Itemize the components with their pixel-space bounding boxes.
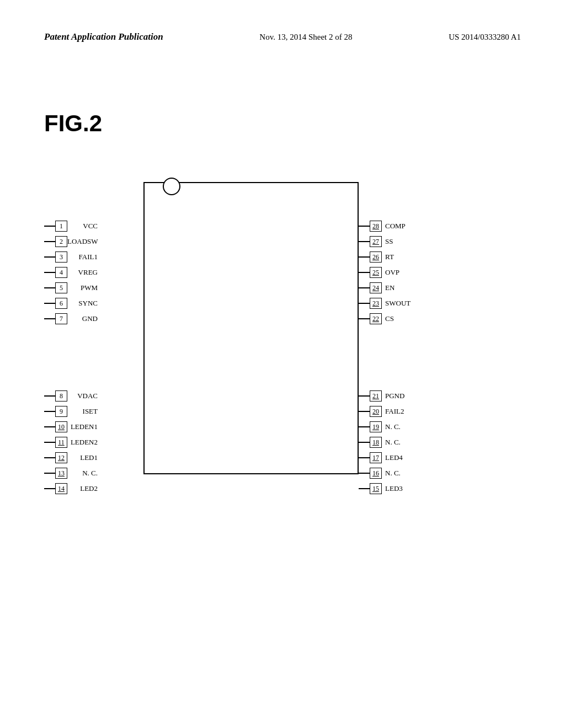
- pin-11-line: [44, 442, 55, 443]
- pin-25-box: 25: [370, 267, 382, 278]
- pin-27-label: SS: [385, 237, 415, 246]
- pin-7-box: 7: [55, 313, 67, 324]
- pin-12-box: 12: [55, 452, 67, 463]
- pin-12-line: [44, 457, 55, 458]
- pin-26-line: [359, 256, 370, 258]
- pin-23-label: SWOUT: [385, 299, 415, 308]
- pin-4-box: 4: [55, 267, 67, 278]
- pin-13-line: [44, 473, 55, 474]
- pin-9-box: 9: [55, 406, 67, 417]
- pin-18-label: N. C.: [385, 438, 415, 447]
- ic-box: [143, 182, 359, 474]
- pin-3-label: FAIL1: [67, 253, 98, 261]
- pin-23-swout: 23 SWOUT: [359, 298, 415, 309]
- pin-27-line: [359, 241, 370, 242]
- pin-26-box: 26: [370, 251, 382, 263]
- pin-1-line: [44, 226, 55, 227]
- pin-22-line: [359, 318, 370, 319]
- pin-17-line: [359, 457, 370, 458]
- pin-14-line: [44, 488, 55, 489]
- pin-8-line: [44, 395, 55, 397]
- pin-16-line: [359, 473, 370, 474]
- pin-3-box: 3: [55, 251, 67, 263]
- pin-26-rt: 26 RT: [359, 251, 415, 263]
- pin-9-line: [44, 411, 55, 412]
- pin-10-label: LEDEN1: [67, 422, 98, 431]
- pin-1-label: VCC: [67, 222, 98, 231]
- pin-19-nc: 19 N. C.: [359, 421, 415, 432]
- pin-4-vreg: VREG 4: [44, 267, 101, 278]
- pin-17-box: 17: [370, 452, 382, 463]
- pin-19-line: [359, 426, 370, 427]
- pin-21-pgnd: 21 PGND: [359, 390, 415, 402]
- pin-27-box: 27: [370, 236, 382, 247]
- pin-18-line: [359, 442, 370, 443]
- pin-24-line: [359, 287, 370, 288]
- pin-13-nc: N. C. 13: [44, 468, 101, 479]
- ic-notch-circle: [163, 178, 180, 195]
- pin-19-label: N. C.: [385, 422, 415, 431]
- pin-24-en: 24 EN: [359, 282, 415, 293]
- pin-15-line: [359, 488, 370, 489]
- pin-14-box: 14: [55, 483, 67, 494]
- pin-15-led3: 15 LED3: [359, 483, 415, 494]
- pin-26-label: RT: [385, 253, 415, 261]
- pin-16-nc: 16 N. C.: [359, 468, 415, 479]
- figure-label: FIG.2: [44, 110, 102, 137]
- pin-5-box: 5: [55, 282, 67, 293]
- pin-7-gnd: GND 7: [44, 313, 101, 324]
- pin-23-line: [359, 303, 370, 304]
- pin-21-label: PGND: [385, 392, 415, 400]
- pin-3-line: [44, 256, 55, 258]
- pin-2-loadsw: LOADSW 2: [44, 236, 102, 247]
- pin-22-cs: 22 CS: [359, 313, 415, 324]
- pin-22-label: CS: [385, 314, 415, 323]
- pin-11-label: LEDEN2: [67, 438, 98, 447]
- pin-19-box: 19: [370, 421, 382, 432]
- pin-9-label: ISET: [67, 407, 98, 416]
- pin-5-label: PWM: [67, 283, 98, 292]
- publication-title: Patent Application Publication: [44, 30, 163, 44]
- pin-6-sync: SYNC 6: [44, 298, 101, 309]
- pin-24-box: 24: [370, 282, 382, 293]
- pin-8-box: 8: [55, 390, 67, 402]
- pin-5-line: [44, 287, 55, 288]
- pin-28-label: COMP: [385, 222, 415, 231]
- pin-22-box: 22: [370, 313, 382, 324]
- pin-7-label: GND: [67, 314, 98, 323]
- pin-11-box: 11: [55, 437, 67, 448]
- pin-13-box: 13: [55, 468, 67, 479]
- pin-21-line: [359, 395, 370, 397]
- pin-4-label: VREG: [67, 268, 98, 277]
- pin-3-fail1: FAIL1 3: [44, 251, 101, 263]
- pin-20-line: [359, 411, 370, 412]
- pin-6-line: [44, 303, 55, 304]
- pin-8-label: VDAC: [67, 392, 98, 400]
- pin-16-label: N. C.: [385, 469, 415, 478]
- pin-14-label: LED2: [67, 484, 98, 493]
- pin-20-box: 20: [370, 406, 382, 417]
- header: Patent Application Publication Nov. 13, …: [0, 0, 565, 44]
- pin-24-label: EN: [385, 283, 415, 292]
- pin-18-nc: 18 N. C.: [359, 437, 415, 448]
- patent-number: US 2014/0333280 A1: [449, 33, 521, 42]
- ic-diagram: VCC 1 LOADSW 2 FAIL1 3 VREG 4 PWM 5: [44, 149, 519, 507]
- pin-9-iset: ISET 9: [44, 406, 101, 417]
- pin-8-vdac: VDAC 8: [44, 390, 101, 402]
- pin-1-box: 1: [55, 221, 67, 232]
- pin-12-led1: LED1 12: [44, 452, 101, 463]
- pin-7-line: [44, 318, 55, 319]
- pin-2-line: [44, 241, 55, 242]
- pin-17-led4: 17 LED4: [359, 452, 415, 463]
- pin-28-comp: 28 COMP: [359, 221, 415, 232]
- pin-14-led2: LED2 14: [44, 483, 101, 494]
- pin-21-box: 21: [370, 390, 382, 402]
- pin-6-label: SYNC: [67, 299, 98, 308]
- pin-6-box: 6: [55, 298, 67, 309]
- pin-4-line: [44, 272, 55, 273]
- pin-10-box: 10: [55, 421, 67, 432]
- pin-11-leden2: LEDEN2 11: [44, 437, 101, 448]
- pin-27-ss: 27 SS: [359, 236, 415, 247]
- pin-28-line: [359, 226, 370, 227]
- pin-17-label: LED4: [385, 453, 415, 462]
